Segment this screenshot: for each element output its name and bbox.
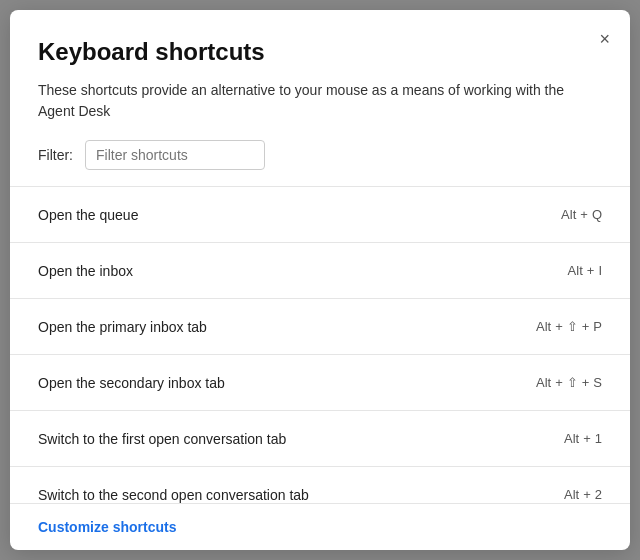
shortcut-name: Open the secondary inbox tab xyxy=(38,375,225,391)
key-label: Q xyxy=(592,207,602,222)
key-label: P xyxy=(593,319,602,334)
key-label: Alt xyxy=(568,263,583,278)
shortcut-item: Open the primary inbox tabAlt+⇧+P xyxy=(10,299,630,355)
key-label: ⇧ xyxy=(567,375,578,390)
keyboard-shortcuts-modal: × Keyboard shortcuts These shortcuts pro… xyxy=(10,10,630,550)
key-label: Alt xyxy=(564,431,579,446)
key-label: 1 xyxy=(595,431,602,446)
modal-overlay: × Keyboard shortcuts These shortcuts pro… xyxy=(0,0,640,560)
shortcut-name: Open the queue xyxy=(38,207,138,223)
key-label: Alt xyxy=(536,375,551,390)
key-plus: + xyxy=(580,207,588,222)
close-button[interactable]: × xyxy=(595,26,614,52)
key-label: S xyxy=(593,375,602,390)
key-plus: + xyxy=(583,487,591,502)
shortcut-name: Open the primary inbox tab xyxy=(38,319,207,335)
shortcut-item: Switch to the first open conversation ta… xyxy=(10,411,630,467)
key-plus: + xyxy=(582,319,590,334)
key-plus: + xyxy=(555,375,563,390)
shortcuts-list: Open the queueAlt+QOpen the inboxAlt+IOp… xyxy=(10,186,630,503)
modal-footer: Customize shortcuts xyxy=(10,503,630,550)
key-label: Alt xyxy=(536,319,551,334)
shortcut-name: Switch to the first open conversation ta… xyxy=(38,431,286,447)
key-plus: + xyxy=(583,431,591,446)
shortcut-name: Open the inbox xyxy=(38,263,133,279)
filter-row: Filter: xyxy=(38,140,602,170)
shortcut-item: Open the queueAlt+Q xyxy=(10,187,630,243)
shortcut-name: Switch to the second open conversation t… xyxy=(38,487,309,503)
key-label: Alt xyxy=(561,207,576,222)
modal-description: These shortcuts provide an alternative t… xyxy=(38,80,602,122)
shortcut-keys: Alt+1 xyxy=(564,431,602,446)
modal-title: Keyboard shortcuts xyxy=(38,38,602,66)
key-label: I xyxy=(598,263,602,278)
shortcut-keys: Alt+⇧+P xyxy=(536,319,602,334)
shortcut-item: Switch to the second open conversation t… xyxy=(10,467,630,503)
key-label: Alt xyxy=(564,487,579,502)
shortcut-keys: Alt+2 xyxy=(564,487,602,502)
customize-shortcuts-button[interactable]: Customize shortcuts xyxy=(38,519,176,535)
key-label: ⇧ xyxy=(567,319,578,334)
key-plus: + xyxy=(582,375,590,390)
key-plus: + xyxy=(587,263,595,278)
shortcut-keys: Alt+Q xyxy=(561,207,602,222)
shortcut-keys: Alt+⇧+S xyxy=(536,375,602,390)
key-label: 2 xyxy=(595,487,602,502)
shortcut-keys: Alt+I xyxy=(568,263,602,278)
modal-header: × Keyboard shortcuts These shortcuts pro… xyxy=(10,10,630,186)
shortcut-item: Open the inboxAlt+I xyxy=(10,243,630,299)
shortcut-item: Open the secondary inbox tabAlt+⇧+S xyxy=(10,355,630,411)
filter-label: Filter: xyxy=(38,147,73,163)
filter-input[interactable] xyxy=(85,140,265,170)
key-plus: + xyxy=(555,319,563,334)
